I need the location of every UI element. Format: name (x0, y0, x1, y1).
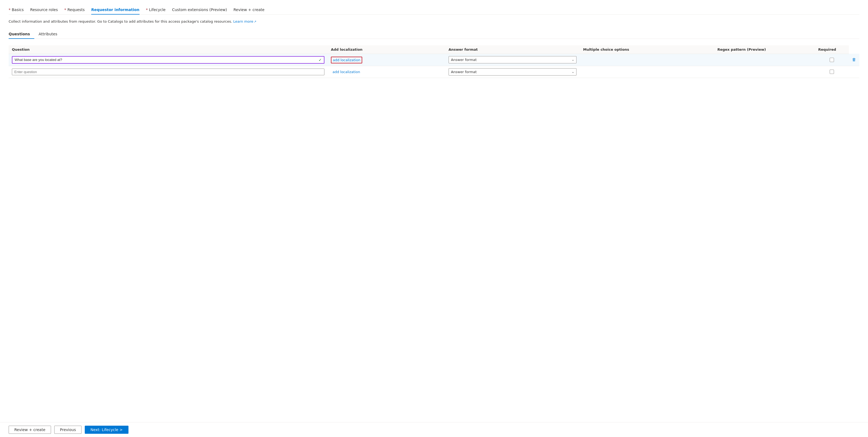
questions-table: Question Add localization Answer format … (9, 45, 859, 78)
col-header-required: Required (815, 45, 849, 54)
question-input-1[interactable] (14, 70, 322, 74)
table-row: ✓add localizationAnswer format⌄🗑 (9, 54, 859, 66)
previous-button[interactable]: Previous (54, 426, 82, 434)
question-input-wrapper: ✓ (12, 56, 324, 64)
col-header-question: Question (9, 45, 328, 54)
answer-format-label: Answer format (451, 58, 477, 62)
multiple-choice-cell (580, 54, 714, 66)
required-checkbox-0[interactable] (830, 58, 834, 62)
table-row: add localizationAnswer format⌄ (9, 66, 859, 78)
sub-tab-questions[interactable]: Questions (9, 30, 34, 39)
delete-cell: 🗑 (849, 54, 859, 66)
col-header-regex: Regex pattern (Preview) (714, 45, 815, 54)
nav-tab-requestor-information[interactable]: Requestor information (91, 5, 140, 14)
nav-tab-basics[interactable]: * Basics (9, 5, 24, 14)
learn-more-link[interactable]: Learn more↗ (233, 20, 256, 24)
sub-tabs: QuestionsAttributes (9, 30, 859, 39)
check-icon: ✓ (318, 58, 322, 62)
nav-tab-custom-extensions-(preview)[interactable]: Custom extensions (Preview) (172, 5, 227, 14)
multiple-choice-cell (580, 66, 714, 78)
answer-format-select-0[interactable]: Answer format⌄ (448, 56, 577, 63)
question-input-0[interactable] (14, 58, 316, 62)
footer: Review + create Previous Next: Lifecycle… (0, 422, 868, 437)
add-localization-link-0[interactable]: add localization (331, 57, 362, 63)
required-checkbox-1[interactable] (830, 70, 834, 74)
delete-icon[interactable]: 🗑 (852, 57, 856, 62)
answer-format-label: Answer format (451, 70, 477, 74)
page-description: Collect information and attributes from … (9, 19, 859, 24)
table-header-row: Question Add localization Answer format … (9, 45, 859, 54)
col-header-localization: Add localization (328, 45, 445, 54)
col-header-answer: Answer format (445, 45, 580, 54)
question-input-wrapper (12, 69, 324, 75)
nav-tab-lifecycle[interactable]: * Lifecycle (146, 5, 166, 14)
regex-cell (714, 66, 815, 78)
nav-tab-resource-roles[interactable]: Resource roles (30, 5, 58, 14)
review-create-button[interactable]: Review + create (9, 426, 51, 434)
answer-format-select-1[interactable]: Answer format⌄ (448, 68, 577, 75)
nav-tab-requests[interactable]: * Requests (64, 5, 85, 14)
next-lifecycle-button[interactable]: Next: Lifecycle > (85, 426, 128, 434)
required-checkbox-wrapper (818, 70, 846, 74)
nav-tabs: * BasicsResource roles* RequestsRequesto… (9, 5, 859, 14)
add-localization-link-1[interactable]: add localization (331, 69, 362, 75)
required-checkbox-wrapper (818, 58, 846, 62)
chevron-down-icon: ⌄ (572, 70, 574, 74)
regex-cell (714, 54, 815, 66)
chevron-down-icon: ⌄ (572, 58, 574, 62)
sub-tab-attributes[interactable]: Attributes (39, 30, 62, 39)
nav-tab-review-+-create[interactable]: Review + create (234, 5, 265, 14)
col-header-multiple: Multiple choice options (580, 45, 714, 54)
